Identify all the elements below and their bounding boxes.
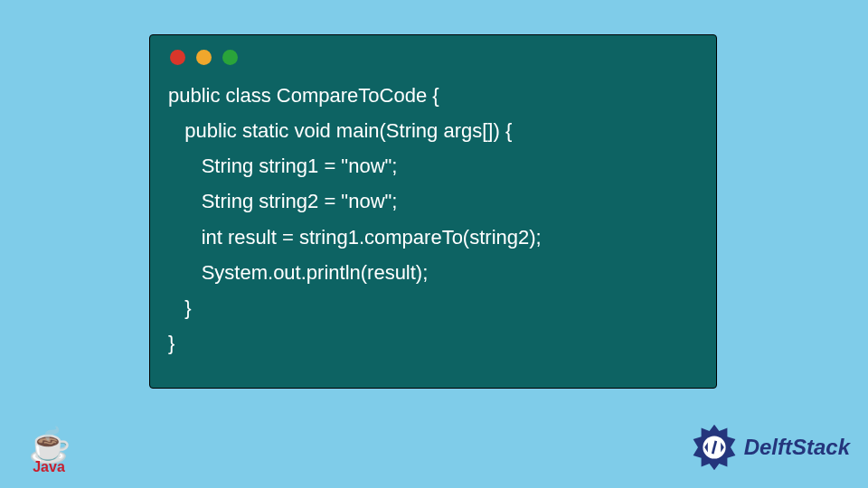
delftstack-logo: DelftStack bbox=[690, 423, 850, 472]
delftstack-badge-icon bbox=[690, 423, 739, 472]
code-block: public class CompareToCode { public stat… bbox=[150, 65, 716, 361]
window-traffic-lights bbox=[150, 35, 716, 65]
java-logo-label: Java bbox=[27, 459, 71, 475]
java-logo: ☕ Java bbox=[27, 428, 71, 475]
code-window: public class CompareToCode { public stat… bbox=[149, 34, 717, 389]
minimize-icon bbox=[196, 50, 212, 65]
maximize-icon bbox=[222, 50, 238, 65]
close-icon bbox=[170, 50, 185, 65]
java-cup-icon: ☕ bbox=[27, 428, 71, 463]
delftstack-label: DelftStack bbox=[744, 435, 850, 460]
